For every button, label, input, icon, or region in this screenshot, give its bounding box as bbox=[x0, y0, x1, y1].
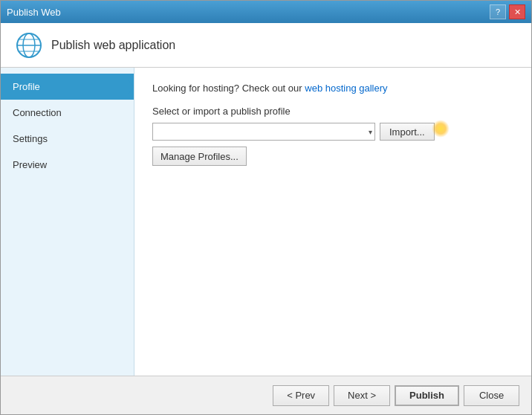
help-button[interactable]: ? bbox=[490, 4, 506, 19]
hosting-text: Looking for hosting? Check out our bbox=[152, 83, 302, 94]
section-label: Select or import a publish profile bbox=[152, 106, 513, 117]
window-title: Publish Web bbox=[7, 7, 61, 18]
window-close-button[interactable]: ✕ bbox=[509, 4, 525, 19]
manage-profiles-row: Manage Profiles... bbox=[152, 147, 513, 166]
sidebar-item-profile-label: Profile bbox=[13, 81, 40, 92]
sidebar-item-preview[interactable]: Preview bbox=[1, 152, 134, 178]
sidebar-item-profile[interactable]: Profile bbox=[1, 74, 134, 100]
globe-icon bbox=[16, 32, 42, 59]
title-bar: Publish Web ? ✕ bbox=[1, 1, 531, 23]
content-area: Profile Connection Settings Preview Look… bbox=[1, 68, 531, 376]
import-button[interactable]: Import... bbox=[380, 123, 435, 141]
publish-web-dialog: Publish Web ? ✕ Publish web application … bbox=[0, 0, 532, 415]
sidebar-item-connection[interactable]: Connection bbox=[1, 100, 134, 126]
prev-button[interactable]: < Prev bbox=[273, 385, 329, 406]
dialog-title: Publish web application bbox=[51, 39, 175, 52]
sidebar-item-settings-label: Settings bbox=[13, 133, 48, 144]
publish-button[interactable]: Publish bbox=[395, 385, 459, 406]
close-button[interactable]: Close bbox=[464, 385, 519, 406]
sidebar-item-connection-label: Connection bbox=[13, 107, 62, 118]
sidebar: Profile Connection Settings Preview bbox=[1, 68, 134, 376]
title-bar-controls: ? ✕ bbox=[490, 4, 525, 19]
next-button[interactable]: Next > bbox=[334, 385, 390, 406]
web-hosting-gallery-link[interactable]: web hosting gallery bbox=[305, 83, 387, 94]
manage-profiles-button[interactable]: Manage Profiles... bbox=[152, 147, 247, 166]
hosting-line: Looking for hosting? Check out our web h… bbox=[152, 83, 513, 94]
main-panel: Looking for hosting? Check out our web h… bbox=[134, 68, 531, 376]
import-btn-wrapper: Import... bbox=[380, 123, 435, 141]
profile-dropdown-wrapper bbox=[152, 123, 375, 141]
sidebar-item-settings[interactable]: Settings bbox=[1, 126, 134, 152]
profile-row: Import... bbox=[152, 123, 513, 141]
header-bar: Publish web application bbox=[1, 23, 531, 68]
bottom-bar: < Prev Next > Publish Close bbox=[1, 376, 531, 414]
sidebar-item-preview-label: Preview bbox=[13, 159, 47, 170]
profile-dropdown[interactable] bbox=[152, 123, 375, 141]
